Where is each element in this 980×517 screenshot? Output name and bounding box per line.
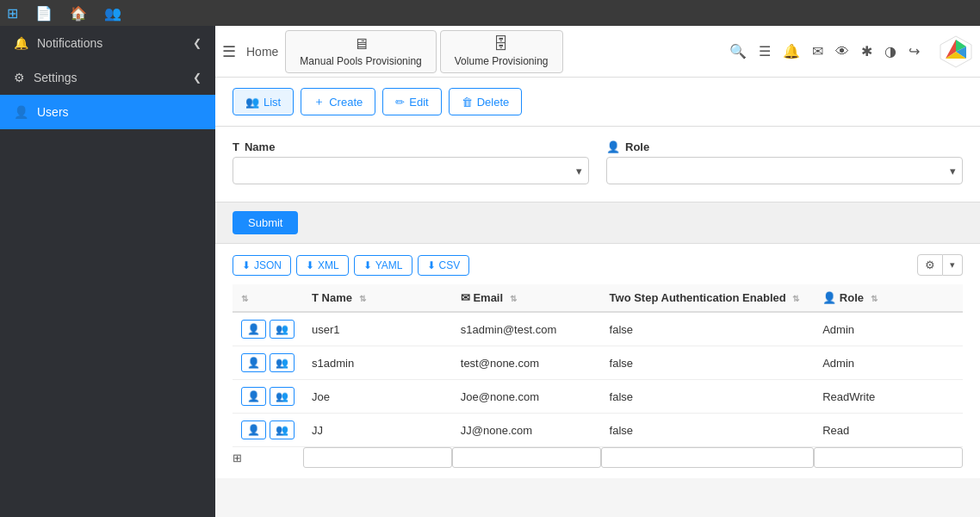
action-toolbar: 👥 List ＋ Create ✏ Edit 🗑 Delete <box>215 78 980 127</box>
name-select-wrapper <box>233 157 589 184</box>
storage-icon[interactable]: 🏠 <box>70 5 87 22</box>
hamburger-button[interactable]: ☰ <box>222 42 236 61</box>
role-select-wrapper <box>606 157 963 184</box>
delete-icon: 🗑 <box>462 96 473 109</box>
xml-export-button[interactable]: ⬇ XML <box>296 255 349 276</box>
sidebar-item-users[interactable]: 👤 Users <box>0 95 215 129</box>
sidebar: 🔔 Notifications ❮ ⚙ Settings ❮ 👤 Users <box>0 26 215 517</box>
table-dropdown-button[interactable]: ▾ <box>943 254 963 276</box>
submit-bar: Submit <box>215 202 980 244</box>
row-name-3: JJ <box>303 414 452 447</box>
eye-icon[interactable]: 👁 <box>835 44 849 59</box>
view-user-button-2[interactable]: 👤 <box>241 387 266 406</box>
row-actions-1: 👤 👥 <box>233 346 303 380</box>
submit-button[interactable]: Submit <box>233 211 298 234</box>
tab-manual-pools[interactable]: 🖥 Manual Pools Provisioning <box>285 30 436 73</box>
top-nav: ☰ Home 🖥 Manual Pools Provisioning 🗄 Vol… <box>215 26 980 78</box>
th-twostep[interactable]: Two Step Authentication Enabled ⇅ <box>601 284 815 312</box>
row-email-3: JJ@none.com <box>452 414 601 447</box>
edit-user-button-1[interactable]: 👥 <box>270 353 295 372</box>
sidebar-notifications-label: Notifications <box>37 36 102 50</box>
database-icon: 🗄 <box>493 35 509 53</box>
row-role-1: Admin <box>814 346 963 380</box>
row-twostep-1: false <box>601 346 815 380</box>
role-filter-field: 👤 Role <box>606 140 963 184</box>
view-user-button-0[interactable]: 👤 <box>241 320 266 339</box>
filter-cell-twostep <box>601 447 815 469</box>
message-icon[interactable]: ✉ <box>812 43 823 59</box>
row-name-0: user1 <box>303 312 452 346</box>
role-select[interactable] <box>606 157 963 184</box>
sort-icon-actions: ⇅ <box>241 294 248 303</box>
row-name-2: Joe <box>303 380 452 414</box>
chevron-icon-settings: ❮ <box>193 72 202 84</box>
top-icon-bar: ⊞ 📄 🏠 👥 <box>0 0 980 26</box>
table-container: ⇅ T Name ⇅ ✉ Email ⇅ <box>233 284 963 468</box>
filter-icon: ⊞ <box>233 452 242 464</box>
table-area: ⬇ JSON ⬇ XML ⬇ YAML ⬇ CSV <box>215 244 980 478</box>
edit-user-button-2[interactable]: 👥 <box>270 387 295 406</box>
filter-row: T Name 👤 Role <box>233 140 963 184</box>
users-table: ⇅ T Name ⇅ ✉ Email ⇅ <box>233 284 963 468</box>
sort-icon-role: ⇅ <box>871 294 878 303</box>
bell-icon-nav[interactable]: 🔔 <box>783 43 800 59</box>
tab-volume-provisioning[interactable]: 🗄 Volume Provisioning <box>440 30 563 73</box>
table-settings-button[interactable]: ⚙ <box>917 254 943 276</box>
th-role[interactable]: 👤 Role ⇅ <box>814 284 963 312</box>
edit-button[interactable]: ✏ Edit <box>382 88 441 115</box>
twostep-filter-input[interactable] <box>601 447 815 468</box>
row-actions-2: 👤 👥 <box>233 380 303 414</box>
role-filter-input[interactable] <box>814 447 963 468</box>
list-icon-btn: 👥 <box>245 96 259 109</box>
grid-icon[interactable]: ⊞ <box>7 5 18 22</box>
name-filter-input[interactable] <box>303 447 452 468</box>
home-button[interactable]: Home <box>246 45 278 59</box>
edit-user-button-0[interactable]: 👥 <box>270 320 295 339</box>
table-header-row: ⇅ T Name ⇅ ✉ Email ⇅ <box>233 284 963 312</box>
role-icon-filter: 👤 <box>606 140 620 153</box>
name-filter-field: T Name <box>233 140 589 184</box>
arrow-icon[interactable]: ↪ <box>909 43 920 59</box>
sort-icon-name: ⇅ <box>359 294 366 303</box>
plus-icon: ＋ <box>313 94 325 109</box>
row-actions-3: 👤 👥 <box>233 414 303 447</box>
yaml-export-button[interactable]: ⬇ YAML <box>354 255 412 276</box>
sort-icon-email: ⇅ <box>510 294 517 303</box>
asterisk-icon[interactable]: ✱ <box>861 43 872 59</box>
create-button[interactable]: ＋ Create <box>301 88 375 115</box>
filter-cell-email <box>452 447 601 469</box>
file-icon[interactable]: 📄 <box>35 5 53 22</box>
page-content: 👥 List ＋ Create ✏ Edit 🗑 Delete <box>215 78 980 517</box>
search-icon[interactable]: 🔍 <box>729 43 747 59</box>
row-role-0: Admin <box>814 312 963 346</box>
content-area: ☰ Home 🖥 Manual Pools Provisioning 🗄 Vol… <box>215 26 980 517</box>
sidebar-item-notifications[interactable]: 🔔 Notifications ❮ <box>0 26 215 60</box>
role-filter-label: 👤 Role <box>606 140 963 153</box>
csv-export-button[interactable]: ⬇ CSV <box>418 255 470 276</box>
users-icon-top[interactable]: 👥 <box>104 5 121 22</box>
delete-button[interactable]: 🗑 Delete <box>449 88 523 115</box>
bell-icon: 🔔 <box>14 36 28 50</box>
sidebar-item-settings[interactable]: ⚙ Settings ❮ <box>0 60 215 95</box>
list-icon[interactable]: ☰ <box>759 43 771 59</box>
view-user-button-3[interactable]: 👤 <box>241 420 266 439</box>
th-name[interactable]: T Name ⇅ <box>303 284 452 312</box>
json-export-button[interactable]: ⬇ JSON <box>233 255 291 276</box>
name-select[interactable] <box>233 157 589 184</box>
row-role-2: ReadWrite <box>814 380 963 414</box>
view-user-button-1[interactable]: 👤 <box>241 353 266 372</box>
server-icon: 🖥 <box>353 35 369 53</box>
filter-cell-role <box>814 447 963 469</box>
app-logo <box>939 34 973 69</box>
contrast-icon[interactable]: ◑ <box>884 43 896 59</box>
table-row: 👤 👥 Joe Joe@none.com false ReadWrite <box>233 380 963 414</box>
email-filter-input[interactable] <box>452 447 601 468</box>
th-email[interactable]: ✉ Email ⇅ <box>452 284 601 312</box>
list-button[interactable]: 👥 List <box>233 88 294 115</box>
table-row: 👤 👥 s1admin test@none.com false Admin <box>233 346 963 380</box>
edit-user-button-3[interactable]: 👥 <box>270 420 295 439</box>
row-email-0: s1admin@test.com <box>452 312 601 346</box>
gear-icon: ⚙ <box>14 71 25 84</box>
download-icon-csv: ⬇ <box>427 259 436 271</box>
sidebar-users-label: Users <box>37 105 69 119</box>
